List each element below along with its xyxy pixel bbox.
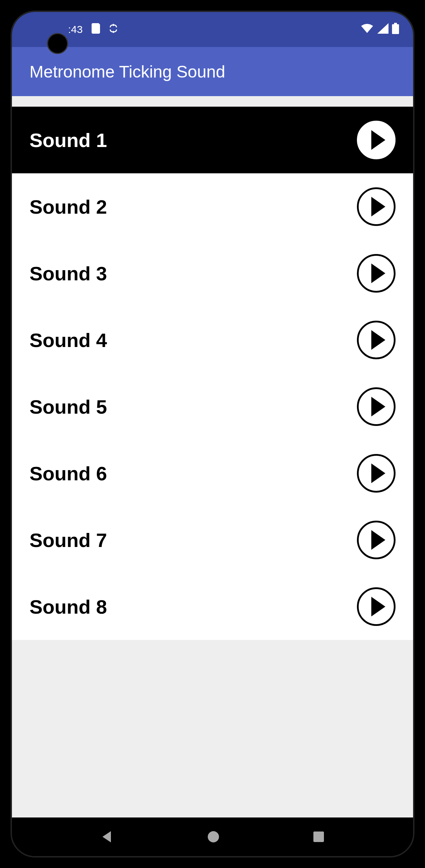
app-title: Metronome Ticking Sound — [29, 62, 225, 81]
app-bar: Metronome Ticking Sound — [12, 47, 413, 96]
play-icon — [371, 597, 385, 616]
camera-cutout — [47, 33, 68, 54]
sound-item-5[interactable]: Sound 5 — [12, 373, 413, 440]
play-button[interactable] — [357, 187, 396, 226]
svg-rect-0 — [394, 23, 397, 24]
home-button[interactable] — [207, 830, 220, 843]
svg-rect-3 — [313, 832, 324, 842]
sound-item-2[interactable]: Sound 2 — [12, 173, 413, 240]
wifi-icon — [360, 23, 374, 36]
svg-point-2 — [208, 831, 219, 842]
status-bar-right — [360, 23, 399, 36]
sound-label: Sound 3 — [29, 262, 107, 285]
status-time: :43 — [68, 24, 83, 35]
sound-label: Sound 8 — [29, 595, 107, 618]
sound-label: Sound 6 — [29, 462, 107, 485]
svg-rect-1 — [392, 24, 399, 34]
recent-apps-button[interactable] — [313, 831, 325, 843]
play-button[interactable] — [357, 387, 396, 426]
play-icon — [371, 263, 385, 283]
battery-icon — [392, 23, 399, 36]
phone-frame: :43 Metronome — [0, 0, 425, 868]
content-area[interactable]: Sound 1 Sound 2 Sound 3 — [12, 96, 413, 817]
play-button[interactable] — [357, 454, 396, 493]
sound-label: Sound 2 — [29, 195, 107, 218]
play-icon — [371, 397, 385, 416]
play-icon — [371, 130, 385, 150]
play-button[interactable] — [357, 521, 396, 559]
play-button[interactable] — [357, 121, 396, 159]
play-icon — [371, 530, 385, 550]
back-button[interactable] — [100, 830, 114, 844]
sound-item-8[interactable]: Sound 8 — [12, 573, 413, 640]
play-button[interactable] — [357, 321, 396, 359]
play-icon — [371, 197, 385, 216]
phone-screen: :43 Metronome — [11, 11, 414, 857]
sound-label: Sound 7 — [29, 529, 107, 552]
play-icon — [371, 330, 385, 350]
signal-icon — [377, 23, 389, 36]
play-button[interactable] — [357, 587, 396, 626]
play-icon — [371, 463, 385, 483]
sound-item-3[interactable]: Sound 3 — [12, 240, 413, 307]
sound-list: Sound 1 Sound 2 Sound 3 — [12, 107, 413, 640]
play-button[interactable] — [357, 254, 396, 293]
sound-item-1[interactable]: Sound 1 — [12, 107, 413, 173]
sync-icon — [109, 23, 118, 36]
status-bar: :43 — [12, 12, 413, 47]
navigation-bar — [12, 817, 413, 856]
sound-label: Sound 4 — [29, 329, 107, 352]
sound-item-7[interactable]: Sound 7 — [12, 507, 413, 573]
sound-label: Sound 1 — [29, 129, 107, 152]
status-bar-left: :43 — [68, 23, 118, 36]
sound-label: Sound 5 — [29, 395, 107, 418]
sd-card-icon — [92, 23, 100, 36]
sound-item-6[interactable]: Sound 6 — [12, 440, 413, 507]
sound-item-4[interactable]: Sound 4 — [12, 307, 413, 373]
